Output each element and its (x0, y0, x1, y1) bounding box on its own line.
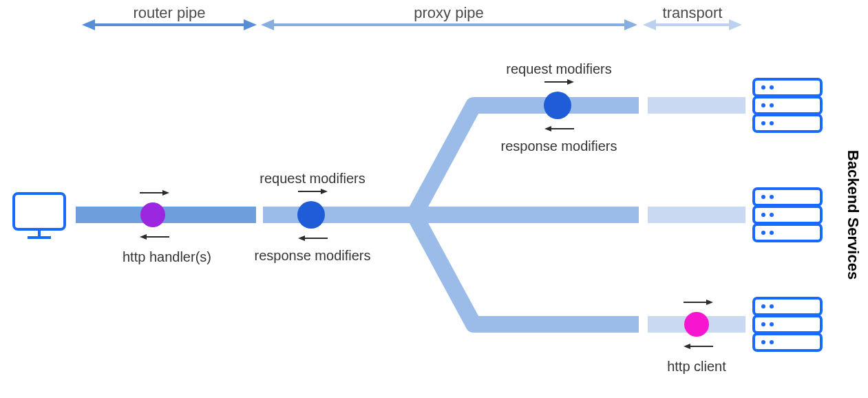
svg-marker-4 (261, 19, 274, 30)
svg-point-46 (761, 213, 765, 217)
proxy-pipe-bot (263, 215, 639, 324)
svg-point-44 (761, 195, 765, 199)
label-router-pipe: router pipe (133, 4, 205, 21)
http-client-node: http client (667, 300, 726, 374)
svg-point-54 (770, 304, 774, 308)
svg-marker-7 (643, 19, 656, 30)
svg-point-35 (761, 85, 765, 90)
pipeline-diagram: router pipe proxy pipe transport (0, 0, 868, 398)
svg-point-55 (761, 322, 765, 326)
svg-point-58 (770, 340, 774, 344)
transport-mid (648, 207, 745, 223)
svg-point-36 (770, 85, 774, 90)
http-handler-node: http handler(s) (123, 190, 211, 264)
svg-point-53 (761, 304, 765, 308)
svg-point-57 (761, 340, 765, 344)
server-icon-mid (754, 189, 821, 241)
svg-point-38 (770, 103, 774, 107)
svg-marker-5 (624, 19, 637, 30)
label-http-client: http client (667, 359, 726, 374)
server-icon-top (754, 79, 821, 132)
svg-marker-29 (706, 300, 713, 305)
svg-point-22 (544, 92, 571, 119)
label-branch-resp: response modifiers (501, 138, 617, 154)
proxy-pipe-top (263, 105, 639, 215)
svg-point-12 (140, 202, 165, 227)
svg-rect-9 (14, 193, 65, 229)
client-icon (14, 193, 65, 238)
label-backend-services: Backend Services (845, 150, 862, 280)
svg-marker-21 (298, 235, 305, 241)
svg-point-40 (770, 121, 774, 125)
header-router-arrow: router pipe (82, 4, 257, 30)
svg-marker-14 (162, 190, 169, 196)
svg-marker-1 (82, 19, 95, 30)
label-transport: transport (663, 4, 723, 21)
server-icon-bot (754, 298, 821, 350)
transport-top (648, 97, 745, 114)
svg-marker-31 (684, 344, 690, 349)
svg-point-37 (761, 103, 765, 107)
header-transport-arrow: transport (643, 4, 742, 30)
label-http-handler: http handler(s) (123, 249, 211, 264)
header-proxy-arrow: proxy pipe (261, 4, 637, 30)
svg-marker-2 (244, 19, 257, 30)
svg-marker-16 (140, 234, 147, 240)
svg-marker-19 (321, 189, 328, 194)
svg-point-17 (297, 201, 325, 229)
svg-point-56 (770, 322, 774, 326)
svg-marker-24 (567, 79, 574, 85)
svg-marker-26 (544, 126, 551, 132)
label-proxy-req: request modifiers (260, 171, 365, 186)
svg-point-47 (770, 213, 774, 217)
svg-point-45 (770, 195, 774, 199)
svg-marker-8 (729, 19, 742, 30)
svg-point-48 (761, 231, 765, 235)
label-proxy-pipe: proxy pipe (414, 4, 484, 21)
label-proxy-resp: response modifiers (255, 248, 371, 263)
label-branch-req: request modifiers (506, 61, 611, 76)
svg-point-27 (684, 312, 709, 337)
svg-point-39 (761, 121, 765, 125)
router-pipe-bar (76, 207, 256, 223)
svg-point-49 (770, 231, 774, 235)
